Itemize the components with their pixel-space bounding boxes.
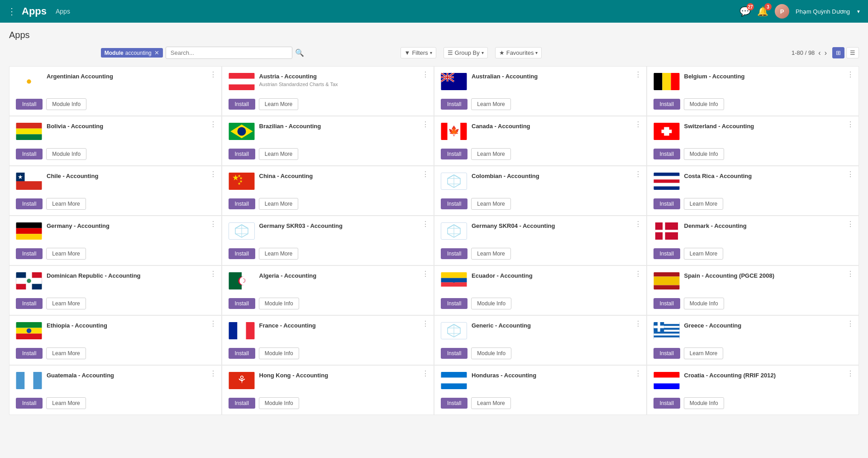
search-input[interactable]: [166, 47, 292, 59]
install-button[interactable]: Install: [653, 149, 680, 159]
install-button[interactable]: Install: [16, 398, 43, 409]
secondary-button[interactable]: Learn More: [471, 397, 510, 409]
group-by-button[interactable]: ☰ Group By ▾: [444, 47, 488, 58]
secondary-button[interactable]: Module Info: [471, 298, 511, 309]
card-menu-button[interactable]: ⋮: [422, 121, 429, 128]
card-menu-button[interactable]: ⋮: [847, 171, 854, 178]
install-button[interactable]: Install: [16, 298, 43, 309]
card-menu-button[interactable]: ⋮: [634, 121, 642, 128]
card-menu-button[interactable]: ⋮: [210, 121, 217, 128]
secondary-button[interactable]: Module Info: [259, 397, 299, 409]
card-menu-button[interactable]: ⋮: [847, 320, 854, 328]
secondary-button[interactable]: Module Info: [471, 347, 511, 359]
card-menu-button[interactable]: ⋮: [210, 370, 217, 377]
card-menu-button[interactable]: ⋮: [422, 221, 429, 228]
card-menu-button[interactable]: ⋮: [634, 270, 642, 278]
install-button[interactable]: Install: [441, 198, 467, 209]
avatar[interactable]: P: [775, 4, 789, 19]
secondary-button[interactable]: Learn More: [259, 98, 298, 110]
apps-link[interactable]: Apps: [56, 8, 70, 15]
secondary-button[interactable]: Module Info: [684, 298, 724, 309]
chat-badge-btn[interactable]: 💬 27: [739, 6, 751, 17]
card-menu-button[interactable]: ⋮: [847, 221, 854, 228]
install-button[interactable]: Install: [229, 99, 255, 110]
secondary-button[interactable]: Module Info: [46, 98, 86, 110]
card-menu-button[interactable]: ⋮: [210, 221, 217, 228]
secondary-button[interactable]: Learn More: [471, 198, 510, 210]
install-button[interactable]: Install: [16, 248, 43, 259]
user-name[interactable]: Phạm Quỳnh Dương: [796, 8, 850, 15]
filter-tag-close[interactable]: ✕: [154, 49, 159, 56]
install-button[interactable]: Install: [16, 99, 43, 110]
install-button[interactable]: Install: [653, 398, 680, 409]
secondary-button[interactable]: Module Info: [684, 98, 724, 110]
secondary-button[interactable]: Learn More: [471, 148, 510, 160]
install-button[interactable]: Install: [229, 398, 255, 409]
secondary-button[interactable]: Learn More: [471, 98, 510, 110]
secondary-button[interactable]: Module Info: [259, 347, 299, 359]
search-icon[interactable]: 🔍: [295, 48, 304, 57]
install-button[interactable]: Install: [229, 198, 255, 209]
list-view-button[interactable]: ☰: [846, 47, 859, 58]
card-menu-button[interactable]: ⋮: [210, 171, 217, 178]
card-menu-button[interactable]: ⋮: [422, 370, 429, 377]
secondary-button[interactable]: Learn More: [259, 198, 298, 210]
user-dropdown-icon[interactable]: ▼: [856, 9, 861, 14]
install-button[interactable]: Install: [441, 398, 467, 409]
card-menu-button[interactable]: ⋮: [634, 370, 642, 377]
card-menu-button[interactable]: ⋮: [634, 171, 642, 178]
install-button[interactable]: Install: [229, 149, 255, 159]
card-menu-button[interactable]: ⋮: [422, 270, 429, 278]
secondary-button[interactable]: Module Info: [684, 148, 724, 160]
secondary-button[interactable]: Learn More: [46, 248, 86, 260]
install-button[interactable]: Install: [441, 149, 467, 159]
card-menu-button[interactable]: ⋮: [422, 71, 429, 78]
install-button[interactable]: Install: [653, 99, 680, 110]
prev-page-button[interactable]: ‹: [818, 49, 820, 57]
card-menu-button[interactable]: ⋮: [847, 121, 854, 128]
secondary-button[interactable]: Learn More: [46, 397, 86, 409]
secondary-button[interactable]: Learn More: [471, 248, 510, 260]
install-button[interactable]: Install: [16, 149, 43, 159]
install-button[interactable]: Install: [16, 348, 43, 359]
secondary-button[interactable]: Module Info: [684, 397, 724, 409]
install-button[interactable]: Install: [16, 198, 43, 209]
install-button[interactable]: Install: [653, 298, 680, 309]
install-button[interactable]: Install: [229, 348, 255, 359]
card-menu-button[interactable]: ⋮: [847, 71, 854, 78]
card-menu-button[interactable]: ⋮: [210, 270, 217, 278]
secondary-button[interactable]: Learn More: [259, 148, 298, 160]
install-button[interactable]: Install: [653, 248, 680, 259]
install-button[interactable]: Install: [653, 198, 680, 209]
secondary-button[interactable]: Learn More: [46, 298, 86, 309]
filters-button[interactable]: ▼ Filters ▾: [401, 47, 436, 58]
favourites-button[interactable]: ★ Favourites ▾: [495, 47, 542, 58]
install-button[interactable]: Install: [441, 298, 467, 309]
menu-icon[interactable]: ⋮: [7, 6, 16, 17]
secondary-button[interactable]: Learn More: [684, 248, 723, 260]
install-button[interactable]: Install: [229, 248, 255, 259]
card-menu-button[interactable]: ⋮: [634, 221, 642, 228]
secondary-button[interactable]: Module Info: [259, 298, 299, 309]
next-page-button[interactable]: ›: [825, 49, 827, 57]
install-button[interactable]: Install: [441, 99, 467, 110]
install-button[interactable]: Install: [441, 248, 467, 259]
notification-badge-btn[interactable]: 🔔 3: [757, 6, 768, 17]
card-menu-button[interactable]: ⋮: [422, 320, 429, 328]
secondary-button[interactable]: Learn More: [684, 347, 723, 359]
card-menu-button[interactable]: ⋮: [634, 320, 642, 328]
card-menu-button[interactable]: ⋮: [847, 370, 854, 377]
secondary-button[interactable]: Learn More: [684, 198, 723, 210]
install-button[interactable]: Install: [653, 348, 680, 359]
card-menu-button[interactable]: ⋮: [634, 71, 642, 78]
card-menu-button[interactable]: ⋮: [422, 171, 429, 178]
secondary-button[interactable]: Learn More: [259, 248, 298, 260]
card-menu-button[interactable]: ⋮: [847, 270, 854, 278]
card-menu-button[interactable]: ⋮: [210, 71, 217, 78]
install-button[interactable]: Install: [229, 298, 255, 309]
card-menu-button[interactable]: ⋮: [210, 320, 217, 328]
secondary-button[interactable]: Learn More: [46, 198, 86, 210]
secondary-button[interactable]: Module Info: [46, 148, 86, 160]
grid-view-button[interactable]: ⊞: [832, 47, 844, 58]
install-button[interactable]: Install: [441, 348, 467, 359]
